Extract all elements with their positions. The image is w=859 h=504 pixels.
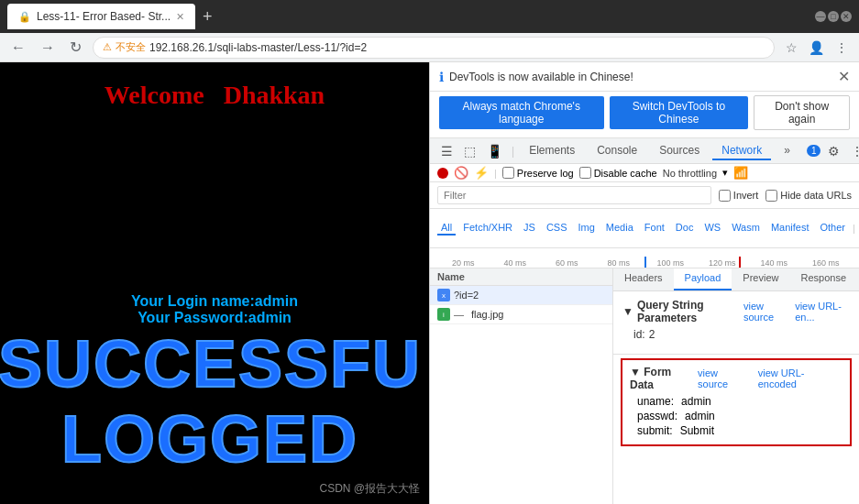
timeline-marker-blue (644, 257, 646, 268)
more-options-icon[interactable]: ⋮ (847, 142, 859, 160)
menu-icon[interactable]: ⋮ (831, 37, 852, 59)
timeline-marker-red (739, 257, 741, 268)
tab-more[interactable]: » (775, 142, 799, 160)
filter-font[interactable]: Font (641, 221, 668, 236)
inspect-icon[interactable]: ⬚ (460, 142, 479, 160)
filter-icon[interactable]: ⚡ (474, 166, 489, 180)
bookmark-icon[interactable]: ☆ (782, 37, 801, 59)
refresh-button[interactable]: ↻ (66, 35, 85, 60)
form-param-passwd: passwd: admin (637, 410, 842, 422)
tab-console[interactable]: Console (588, 142, 646, 160)
network-list: Name x ?id=2 i — flag.jpg (430, 268, 613, 504)
flag-dash: — (454, 309, 464, 320)
disable-cache-checkbox[interactable] (579, 167, 591, 179)
new-tab-button[interactable]: + (199, 4, 216, 30)
filter-js[interactable]: JS (520, 221, 539, 236)
tab-preview[interactable]: Preview (732, 268, 789, 290)
device-icon[interactable]: 📱 (483, 142, 506, 160)
form-view-source[interactable]: view source (698, 367, 751, 389)
record-button[interactable] (437, 168, 448, 179)
filter-media[interactable]: Media (602, 221, 637, 236)
param-id: id: 2 (633, 328, 850, 341)
wifi-icon[interactable]: 📶 (733, 166, 748, 180)
match-language-button[interactable]: Always match Chrome's language (439, 96, 604, 129)
timeline-80ms: 80 ms (593, 258, 645, 268)
success-message: SUCCESSFU LOGGED (0, 326, 429, 477)
network-item-icon-img: i (437, 308, 450, 321)
preserve-log-checkbox[interactable] (502, 167, 514, 179)
window-minimize-button[interactable]: — (815, 11, 826, 22)
tab-payload[interactable]: Payload (674, 268, 732, 290)
profile-icon[interactable]: 👤 (805, 37, 828, 59)
query-view-source[interactable]: view source (743, 301, 787, 323)
clear-button[interactable]: 🚫 (454, 166, 468, 180)
tab-headers[interactable]: Headers (613, 268, 674, 290)
uname-key: uname: (637, 395, 674, 408)
tab-close-button[interactable]: ✕ (176, 11, 184, 23)
filter-css[interactable]: CSS (543, 221, 571, 236)
form-data-section: ▼ Form Data view source view URL-encoded… (621, 358, 852, 446)
tab-elements[interactable]: Elements (520, 142, 584, 160)
filter-sep: | (853, 223, 855, 234)
settings-icon[interactable]: ⚙ (824, 142, 843, 160)
filter-row: Invert Hide data URLs (430, 182, 859, 209)
filter-manifest[interactable]: Manifest (767, 221, 813, 236)
tab-response[interactable]: Response (789, 268, 857, 290)
filter-wasm[interactable]: Wasm (728, 221, 764, 236)
browser-chrome: 🔒 Less-11- Error Based- Str... ✕ + — □ ✕… (0, 0, 859, 62)
throttling-dropdown-icon[interactable]: ▾ (722, 167, 728, 179)
url-text: 192.168.26.1/sqli-labs-master/Less-11/?i… (149, 41, 367, 54)
tab-bar: 🔒 Less-11- Error Based- Str... ✕ + — □ ✕ (0, 0, 859, 33)
network-item-icon-xhr: x (437, 289, 450, 301)
filter-input[interactable] (437, 186, 711, 204)
active-tab[interactable]: 🔒 Less-11- Error Based- Str... ✕ (7, 4, 195, 29)
filter-ws[interactable]: WS (700, 221, 724, 236)
invert-checkbox[interactable] (719, 190, 731, 202)
hide-data-urls-label: Hide data URLs (765, 190, 852, 202)
tab-sources[interactable]: Sources (650, 142, 709, 160)
url-bar[interactable]: ⚠ 不安全 192.168.26.1/sqli-labs-master/Less… (93, 37, 775, 59)
filter-other[interactable]: Other (816, 221, 849, 236)
address-bar: ← → ↻ ⚠ 不安全 192.168.26.1/sqli-labs-maste… (0, 33, 859, 62)
toolbar-separator: | (512, 145, 514, 158)
query-string-toggle: ▼ (622, 305, 633, 318)
filter-fetch-xhr[interactable]: Fetch/XHR (459, 221, 516, 236)
network-item-flag[interactable]: i — flag.jpg (430, 305, 612, 324)
switch-chinese-button[interactable]: Switch DevTools to Chinese (610, 96, 749, 129)
section-divider (613, 354, 859, 355)
window-maximize-button[interactable]: □ (828, 11, 839, 22)
filter-all[interactable]: All (437, 221, 456, 236)
disable-cache-label: Disable cache (579, 167, 657, 179)
info-close-button[interactable]: ✕ (838, 68, 850, 85)
filter-doc[interactable]: Doc (672, 221, 698, 236)
submit-val: Submit (680, 424, 714, 437)
network-item-id2[interactable]: x ?id=2 (430, 286, 612, 305)
tab-network[interactable]: Network (712, 142, 771, 160)
form-view-url[interactable]: view URL-encoded (758, 367, 842, 389)
network-col-name: Name (437, 271, 465, 282)
timeline-140ms: 140 ms (748, 258, 800, 268)
filter-img[interactable]: Img (575, 221, 599, 236)
hide-data-urls-checkbox[interactable] (765, 190, 777, 202)
address-icons: ☆ 👤 ⋮ (782, 37, 852, 59)
timeline-20ms: 20 ms (437, 258, 490, 268)
devtools-info-bar: ℹ DevTools is now available in Chinese! … (430, 62, 859, 92)
query-string-title: ▼ Query String Parameters (622, 299, 743, 324)
network-header: Name (430, 268, 612, 286)
success-line1: SUCCESSFU (0, 326, 429, 401)
submit-key: submit: (637, 424, 673, 437)
network-item-name-flag: flag.jpg (471, 309, 503, 320)
query-view-url[interactable]: view URL-en... (795, 301, 850, 323)
param-id-val: 2 (649, 328, 655, 341)
window-controls: — □ ✕ (815, 11, 852, 22)
network-controls: 🚫 ⚡ | Preserve log Disable cache No thro… (430, 164, 859, 182)
back-button[interactable]: ← (7, 36, 29, 60)
preserve-log-label: Preserve log (502, 167, 574, 179)
request-detail: Headers Payload Preview Response » ▼ Que… (613, 268, 859, 504)
forward-button[interactable]: → (37, 36, 59, 60)
window-close-button[interactable]: ✕ (841, 11, 852, 22)
dont-show-button[interactable]: Don't show again (754, 95, 850, 130)
invert-label: Invert (719, 190, 759, 202)
devtools-menu-icon[interactable]: ☰ (437, 142, 457, 160)
timeline-40ms: 40 ms (490, 258, 542, 268)
